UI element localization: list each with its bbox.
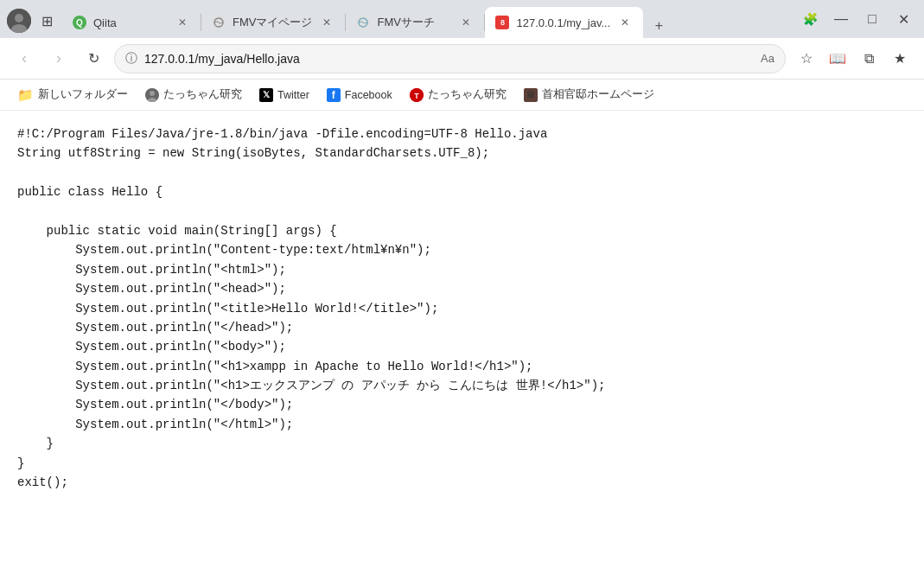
tab-bar: ⊞ Q Qiita ✕ FMVマイページ ✕ FMVサーチ ✕ <box>0 0 924 38</box>
bookmark-label-facebook: Facebook <box>345 89 392 101</box>
bookmark-pm[interactable]: 🏛 首相官邸ホームページ <box>517 85 661 105</box>
user-avatar[interactable] <box>7 9 31 33</box>
tab-favicon-fmv-search <box>356 16 370 29</box>
tab-label-fmv-search: FMVサーチ <box>377 15 451 30</box>
pm-favicon: 🏛 <box>524 88 538 102</box>
address-text: 127.0.0.1/my_java/Hello.java <box>144 52 754 66</box>
maximize-btn[interactable]: □ <box>858 5 886 33</box>
tab-close-fmv-mypage[interactable]: ✕ <box>319 15 335 30</box>
bookmark-label-tacchan-2: たっちゃん研究 <box>428 87 507 102</box>
refresh-button[interactable]: ↻ <box>80 45 107 73</box>
new-tab-button[interactable]: + <box>647 14 671 38</box>
folder-icon: 📁 <box>17 87 34 103</box>
nav-actions: ☆ 📖 ⧉ ★ <box>793 45 914 73</box>
bookmark-facebook[interactable]: f Facebook <box>320 86 399 105</box>
tab-favicon-qiita: Q <box>73 16 86 29</box>
back-button[interactable]: ‹ <box>10 45 38 73</box>
bookmark-twitter[interactable]: 𝕏 Twitter <box>252 86 316 105</box>
tab-qiita[interactable]: Q Qiita ✕ <box>62 7 201 38</box>
bookmarks-bar: 📁 新しいフォルダー たっちゃん研究 𝕏 Twitter f Facebook <box>0 80 924 111</box>
bookmark-new-folder[interactable]: 📁 新しいフォルダー <box>10 85 135 105</box>
bookmark-star-button[interactable]: ☆ <box>793 45 820 73</box>
code-content: #!C:/Program Files/Java/jre-1.8/bin/java… <box>17 124 907 492</box>
tab-favicon-fmv-mypage <box>212 16 226 29</box>
tab-localhost[interactable]: 8 127.0.0.1/my_jav... ✕ <box>485 7 643 38</box>
tacchan-favicon-2: T <box>410 88 424 102</box>
browser-window: ⊞ Q Qiita ✕ FMVマイページ ✕ FMVサーチ ✕ <box>0 0 924 561</box>
x-favicon: 𝕏 <box>259 88 273 102</box>
tab-close-fmv-search[interactable]: ✕ <box>458 15 474 30</box>
content-area: #!C:/Program Files/Java/jre-1.8/bin/java… <box>0 111 924 561</box>
tab-fmv-mypage[interactable]: FMVマイページ ✕ <box>201 7 345 38</box>
tab-close-qiita[interactable]: ✕ <box>175 15 190 30</box>
address-bar[interactable]: ⓘ 127.0.0.1/my_java/Hello.java Aa <box>114 44 786 73</box>
fb-favicon: f <box>327 88 341 102</box>
bookmark-label-pm: 首相官邸ホームページ <box>542 87 654 102</box>
bookmark-label-folder: 新しいフォルダー <box>38 87 128 102</box>
tacchan-favicon-1 <box>145 88 159 102</box>
close-window-btn[interactable]: ✕ <box>889 5 917 33</box>
nav-bar: ‹ › ↻ ⓘ 127.0.0.1/my_java/Hello.java Aa … <box>0 38 924 80</box>
favorites-button[interactable]: ★ <box>886 45 914 73</box>
tab-favicon-localhost: 8 <box>495 16 509 29</box>
tab-label-qiita: Qiita <box>93 16 168 29</box>
bookmark-tacchan-2[interactable]: T たっちゃん研究 <box>403 85 513 105</box>
read-aloud-button[interactable]: 📖 <box>824 45 851 73</box>
tab-label-fmv-mypage: FMVマイページ <box>233 15 312 30</box>
minimize-btn[interactable]: — <box>827 5 855 33</box>
profile-icon[interactable]: ⊞ <box>35 9 59 33</box>
extensions-btn[interactable]: 🧩 <box>796 5 824 33</box>
bookmark-label-twitter: Twitter <box>277 89 309 101</box>
tab-fmv-search[interactable]: FMVサーチ ✕ <box>346 7 484 38</box>
split-view-button[interactable]: ⧉ <box>855 45 883 73</box>
svg-point-1 <box>15 14 23 22</box>
aa-icon: Aa <box>761 52 774 65</box>
svg-point-4 <box>150 91 155 96</box>
bookmark-label-tacchan-1: たっちゃん研究 <box>163 87 242 102</box>
tab-close-localhost[interactable]: ✕ <box>617 15 633 30</box>
info-icon: ⓘ <box>125 51 137 67</box>
forward-button[interactable]: › <box>45 45 73 73</box>
tab-label-localhost: 127.0.0.1/my_jav... <box>516 16 610 29</box>
svg-text:T: T <box>414 92 419 100</box>
bookmark-tacchan-1[interactable]: たっちゃん研究 <box>138 85 249 105</box>
